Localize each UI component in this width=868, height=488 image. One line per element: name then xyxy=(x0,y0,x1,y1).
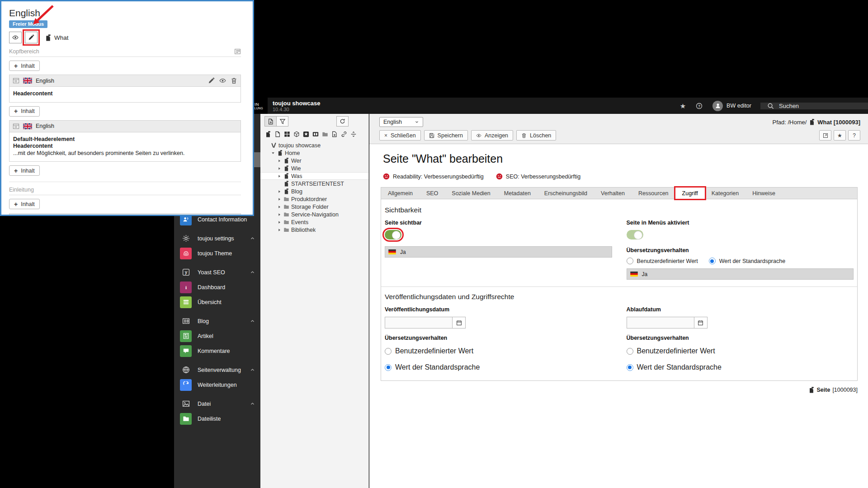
sidebar-item-yoast-seo[interactable]: yYoast SEO xyxy=(174,265,260,280)
tree-item-produktordner[interactable]: Produktordner xyxy=(260,195,368,203)
docheader-help-button[interactable]: ? xyxy=(848,130,860,141)
expiry-date-calendar-button[interactable] xyxy=(694,317,708,328)
radio-icon[interactable] xyxy=(627,258,633,264)
anzeigen-button[interactable]: Anzeigen xyxy=(471,130,513,141)
caret-right-icon[interactable] xyxy=(277,174,282,178)
tab-seo[interactable]: SEO xyxy=(420,188,445,199)
publish-date-calendar-button[interactable] xyxy=(453,317,466,328)
edit-section-icon[interactable] xyxy=(234,48,241,55)
page-visible-toggle[interactable] xyxy=(385,230,401,239)
publish-date-input[interactable] xyxy=(385,317,453,328)
element-drag-icon[interactable] xyxy=(13,216,19,216)
page-flag-icon[interactable] xyxy=(265,131,271,137)
user-menu[interactable]: BW editor xyxy=(712,101,751,111)
sidebar-item-kommentare[interactable]: Kommentare xyxy=(174,343,260,358)
caret-right-icon[interactable] xyxy=(277,221,282,224)
grid4-icon[interactable] xyxy=(284,131,290,137)
element-drag-icon[interactable] xyxy=(13,77,19,84)
sidebar-item--bersicht[interactable]: Übersicht xyxy=(174,295,260,310)
page-icon[interactable] xyxy=(274,131,281,137)
refresh-button[interactable] xyxy=(336,116,349,127)
radio-default-language[interactable]: Wert der Standardsprache xyxy=(709,258,785,264)
tab-metadaten[interactable]: Metadaten xyxy=(497,188,538,199)
radio-icon[interactable] xyxy=(385,348,392,355)
add-content-button[interactable]: + Inhalt xyxy=(9,165,40,176)
sidebar-item-blog[interactable]: Blog xyxy=(174,314,260,328)
tree-item-blog[interactable]: Blog xyxy=(260,188,368,195)
radio-checked-icon[interactable] xyxy=(627,364,633,371)
l-schen-button[interactable]: Löschen xyxy=(516,130,556,141)
caret-down-icon[interactable] xyxy=(270,151,275,155)
sidebar-item-artikel[interactable]: Artikel xyxy=(174,328,260,343)
sidebar-item-weiterleitungen[interactable]: Weiterleitungen xyxy=(174,377,260,392)
pencil-icon[interactable] xyxy=(208,77,215,84)
caret-right-icon[interactable] xyxy=(277,159,282,163)
caret-right-icon[interactable] xyxy=(277,197,282,201)
folder-icon[interactable] xyxy=(322,131,328,137)
sidebar-item-datei[interactable]: Datei xyxy=(174,396,260,411)
tree-item-events[interactable]: Events xyxy=(260,218,368,226)
tab-allgemein[interactable]: Allgemein xyxy=(381,188,420,199)
tree-item-was[interactable]: Was xyxy=(260,172,368,180)
sidebar-item-toujou-settings[interactable]: toujou settings xyxy=(174,231,260,246)
filter-button[interactable] xyxy=(276,116,288,127)
bookmark-star-icon[interactable]: ★ xyxy=(680,103,686,109)
trash-icon[interactable] xyxy=(231,77,237,84)
new-page-button[interactable] xyxy=(264,116,277,127)
tree-item-toujou-showcase[interactable]: toujou showcase xyxy=(260,141,368,149)
help-icon[interactable]: ? xyxy=(696,103,703,109)
radio-checked-icon[interactable] xyxy=(709,258,716,264)
radio-custom-value[interactable]: Benutzerdefinierter Wert xyxy=(627,347,854,355)
language-select[interactable]: English xyxy=(379,117,423,127)
search-bar[interactable]: Suchen xyxy=(760,103,868,109)
tree-item-wer[interactable]: Wer xyxy=(260,157,368,164)
tree-item-storage-folder[interactable]: Storage Folder xyxy=(260,203,368,211)
radio-icon[interactable] xyxy=(627,348,633,355)
tab-erscheinungsbild[interactable]: Erscheinungsbild xyxy=(538,188,594,199)
tab-zugriff[interactable]: Zugriff xyxy=(675,188,705,199)
menu-enabled-toggle[interactable] xyxy=(627,230,643,239)
sidebar-item-dateiliste[interactable]: Dateiliste xyxy=(174,411,260,426)
content-element-header[interactable]: English xyxy=(9,75,241,87)
speichern-button[interactable]: Speichern xyxy=(424,130,468,141)
chevron-up-icon[interactable] xyxy=(250,319,255,324)
caret-right-icon[interactable] xyxy=(277,228,282,232)
schlie-en-button[interactable]: ×Schließen xyxy=(379,130,421,141)
tree-item-home[interactable]: Home xyxy=(260,149,368,157)
split-icon[interactable] xyxy=(350,131,357,137)
columns-icon[interactable] xyxy=(312,131,319,137)
sidebar-item-dashboard[interactable]: iDashboard xyxy=(174,280,260,295)
radio-custom-value[interactable]: Benutzerdefinierter Wert xyxy=(385,347,612,355)
radio-checked-icon[interactable] xyxy=(385,364,392,371)
tree-item-wie[interactable]: Wie xyxy=(260,164,368,172)
add-content-button[interactable]: + Inhalt xyxy=(9,199,40,209)
tab-ressourcen[interactable]: Ressourcen xyxy=(632,188,675,199)
expiry-date-input[interactable] xyxy=(627,317,694,328)
open-in-window-button[interactable] xyxy=(819,130,831,141)
element-drag-icon[interactable] xyxy=(13,123,19,130)
radio-default-language[interactable]: Wert der Standardsprache xyxy=(627,363,854,371)
caret-right-icon[interactable] xyxy=(277,213,282,216)
caret-right-icon[interactable] xyxy=(277,167,282,170)
caret-right-icon[interactable] xyxy=(277,190,282,193)
edit-button[interactable] xyxy=(25,32,38,43)
bookmark-button[interactable]: ★ xyxy=(834,130,846,141)
radio-custom-value[interactable]: Benutzerdefinierter Wert xyxy=(627,258,698,264)
tree-item-startseitentest[interactable]: STARTSEITENTEST xyxy=(260,180,368,188)
content-element-header[interactable]: English xyxy=(9,121,241,132)
preview-button[interactable] xyxy=(9,32,22,43)
visibility-icon[interactable] xyxy=(219,77,226,84)
caret-right-icon[interactable] xyxy=(277,205,282,209)
page-plus-icon[interactable] xyxy=(331,131,338,137)
radio-default-language[interactable]: Wert der Standardsprache xyxy=(385,363,612,371)
link-icon[interactable] xyxy=(341,131,347,137)
tree-item-bibliothek[interactable]: Bibliothek xyxy=(260,226,368,234)
chevron-up-icon[interactable] xyxy=(250,270,255,275)
chevron-up-icon[interactable] xyxy=(250,236,255,241)
star-box-icon[interactable] xyxy=(303,131,309,137)
sidebar-item-seitenverwaltung[interactable]: Seitenverwaltung xyxy=(174,362,260,377)
content-element-header[interactable]: English xyxy=(9,213,241,216)
tree-item-service-navigation[interactable]: Service-Navigation xyxy=(260,211,368,218)
chevron-up-icon[interactable] xyxy=(250,367,255,372)
tab-verhalten[interactable]: Verhalten xyxy=(594,188,632,199)
